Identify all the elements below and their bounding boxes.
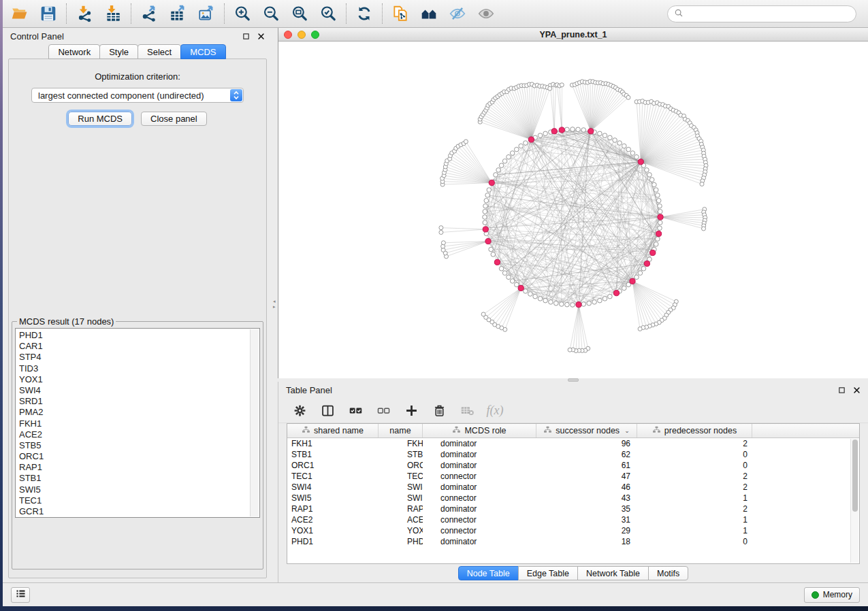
network-node[interactable] [487,188,492,193]
export-image-button[interactable] [195,2,218,25]
tab-node-table[interactable]: Node Table [458,566,519,580]
network-node[interactable] [485,193,490,198]
mcds-result-item[interactable]: FKH1 [19,418,259,429]
network-node[interactable] [608,294,613,299]
select-all-button[interactable] [347,401,364,419]
show-all-button[interactable] [475,2,498,25]
tab-select[interactable]: Select [138,44,181,59]
network-node[interactable] [658,210,662,214]
network-node[interactable] [644,261,649,266]
network-node[interactable] [485,239,491,244]
table-row[interactable]: SWI5SWI5connector431 [287,493,859,503]
column-header-successor-nodes[interactable]: successor nodes⌄ [536,424,637,437]
network-node[interactable] [502,159,507,164]
network-node[interactable] [602,133,607,138]
network-node[interactable] [613,138,617,143]
zoom-fit-button[interactable] [288,2,311,25]
network-node[interactable] [543,131,548,136]
export-network-button[interactable] [138,2,161,25]
network-node[interactable] [702,227,706,231]
vertical-splitter[interactable]: ◂▸ [272,28,278,582]
mcds-result-item[interactable]: RAP1 [19,462,259,473]
first-neighbors-button[interactable] [417,2,440,25]
network-node[interactable] [524,141,528,146]
tab-edge-table[interactable]: Edge Table [518,566,578,580]
network-node[interactable] [565,302,570,307]
network-node[interactable] [598,298,602,303]
zoom-out-button[interactable] [259,2,283,25]
network-node[interactable] [654,242,658,247]
network-node[interactable] [656,231,662,237]
network-node[interactable] [587,301,592,306]
table-scrollbar[interactable] [850,439,858,563]
export-table-button[interactable] [166,2,189,25]
network-node[interactable] [496,168,501,173]
network-node[interactable] [650,250,656,255]
network-node[interactable] [554,301,559,306]
close-panel-button[interactable]: Close panel [141,112,207,126]
mcds-result-item[interactable]: TID3 [19,363,259,374]
mcds-result-item[interactable]: STB1 [19,473,259,484]
network-node[interactable] [538,133,543,138]
network-node[interactable] [515,282,519,287]
network-node[interactable] [483,227,488,232]
splitter-collapse-icon[interactable]: ◂▸ [273,299,276,310]
close-panel-icon[interactable] [257,33,265,40]
column-header-predecessor-nodes[interactable]: predecessor nodes [637,424,752,437]
network-node[interactable] [647,173,652,178]
network-node[interactable] [602,297,607,301]
tab-style[interactable]: Style [99,44,138,59]
network-node[interactable] [483,210,487,214]
refresh-button[interactable] [353,2,376,25]
network-node[interactable] [507,275,511,280]
network-node[interactable] [533,294,538,299]
tab-mcds[interactable]: MCDS [180,44,225,59]
splitter-grip[interactable] [568,378,579,382]
network-node[interactable] [654,188,658,193]
network-node[interactable] [630,151,635,156]
network-node[interactable] [630,278,635,284]
network-node[interactable] [441,241,445,245]
network-node[interactable] [638,271,643,276]
table-row[interactable]: YOX1YOX1connector291 [287,525,859,536]
horizontal-splitter[interactable] [278,378,868,382]
network-node[interactable] [439,226,443,230]
save-button[interactable] [37,2,60,25]
network-node[interactable] [528,137,534,142]
table-row[interactable]: ACE2ACE2connector311 [287,514,859,525]
mcds-result-item[interactable]: SRD1 [19,396,259,407]
network-node[interactable] [489,180,494,186]
network-node[interactable] [622,286,627,291]
network-node[interactable] [551,129,557,134]
network-node[interactable] [656,199,661,203]
network-node[interactable] [656,193,660,198]
open-button[interactable] [8,2,31,25]
network-node[interactable] [658,220,662,225]
network-node[interactable] [592,300,597,305]
network-node[interactable] [626,147,631,152]
network-node[interactable] [515,147,519,152]
network-node[interactable] [494,173,498,178]
network-node[interactable] [581,128,586,133]
network-node[interactable] [502,271,507,276]
network-node[interactable] [483,204,488,209]
network-node[interactable] [608,135,613,140]
network-node[interactable] [538,297,543,301]
network-node[interactable] [489,247,494,252]
float-panel-icon[interactable] [242,33,250,40]
network-node[interactable] [559,127,564,133]
network-node[interactable] [549,300,553,305]
network-node[interactable] [510,151,515,156]
mcds-result-item[interactable]: CAR1 [19,341,259,352]
table-settings-button[interactable] [291,401,308,419]
network-node[interactable] [649,178,654,182]
network-node[interactable] [613,291,619,296]
network-node[interactable] [700,182,704,186]
network-node[interactable] [617,141,622,146]
mcds-result-item[interactable]: TEC1 [19,495,259,506]
network-node[interactable] [588,129,594,134]
create-column-button[interactable] [402,401,420,419]
network-node[interactable] [638,159,643,165]
network-node[interactable] [658,226,662,231]
hide-selected-button[interactable] [446,2,469,25]
